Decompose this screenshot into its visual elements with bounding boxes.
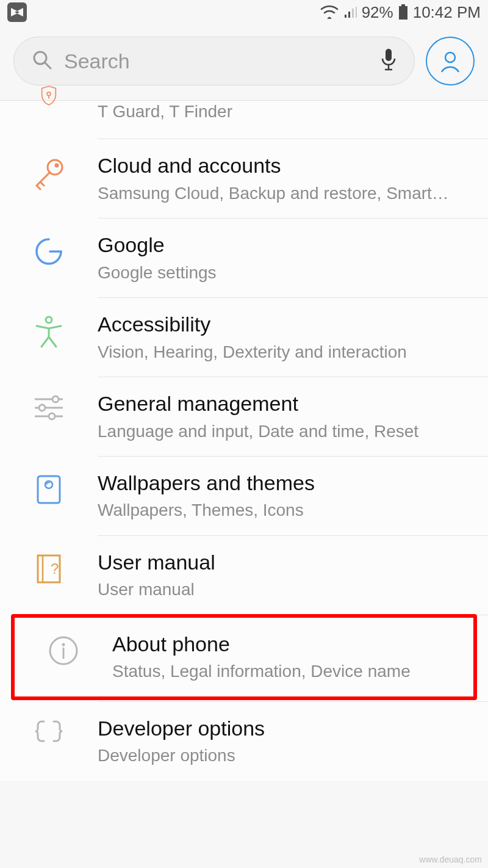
svg-point-12	[46, 317, 52, 323]
settings-item-google[interactable]: Google Google settings	[0, 219, 488, 297]
profile-button[interactable]	[426, 37, 475, 85]
wallpaper-icon	[35, 474, 62, 505]
key-icon	[32, 156, 66, 190]
settings-item-wallpapers[interactable]: Wallpapers and themes Wallpapers, Themes…	[0, 457, 488, 535]
info-icon	[48, 635, 79, 667]
item-title: Developer options	[98, 715, 470, 742]
svg-rect-1	[399, 6, 407, 20]
item-title: Google	[98, 232, 470, 258]
search-placeholder: Search	[64, 49, 369, 73]
svg-point-11	[55, 164, 59, 168]
svg-point-16	[39, 405, 45, 411]
item-title: Wallpapers and themes	[98, 470, 470, 496]
item-subtitle: User manual	[98, 579, 470, 601]
highlight-box: About phone Status, Legal information, D…	[11, 614, 477, 700]
item-title: Cloud and accounts	[98, 153, 470, 179]
svg-rect-4	[386, 49, 392, 61]
settings-item-accessibility[interactable]: Accessibility Vision, Hearing, Dexterity…	[0, 298, 488, 377]
item-title: About phone	[112, 631, 455, 657]
settings-list: T Guard, T Finder Cloud and accounts Sam…	[0, 100, 488, 781]
svg-rect-19	[38, 476, 60, 503]
settings-item-developer[interactable]: Developer options Developer options	[0, 702, 488, 781]
item-title: General management	[98, 391, 470, 417]
settings-item-tguard[interactable]: T Guard, T Finder	[0, 101, 488, 139]
google-icon	[33, 236, 65, 267]
item-subtitle: Wallpapers, Themes, Icons	[98, 499, 470, 521]
search-icon	[31, 49, 53, 73]
svg-point-14	[52, 396, 59, 402]
signal-icon	[343, 5, 357, 19]
item-subtitle: Google settings	[98, 262, 470, 284]
settings-item-manual[interactable]: ? User manual User manual	[0, 536, 488, 615]
watermark: www.deuaq.com	[419, 855, 482, 864]
item-title: Accessibility	[98, 311, 470, 338]
item-subtitle: Language and input, Date and time, Reset	[98, 421, 470, 443]
shield-icon	[33, 101, 65, 106]
svg-rect-0	[401, 4, 405, 6]
settings-item-cloud[interactable]: Cloud and accounts Samsung Cloud, Backup…	[0, 139, 488, 218]
svg-line-3	[45, 63, 51, 68]
battery-icon	[398, 4, 408, 20]
svg-point-7	[445, 52, 455, 62]
braces-icon	[33, 719, 65, 746]
search-row: Search	[0, 24, 488, 100]
wifi-icon	[320, 5, 339, 19]
sliders-icon	[32, 394, 65, 421]
status-time: 10:42 PM	[413, 3, 481, 22]
svg-point-8	[47, 92, 51, 96]
settings-item-general[interactable]: General management Language and input, D…	[0, 377, 488, 456]
microphone-icon[interactable]	[380, 48, 397, 74]
item-subtitle: T Guard, T Finder	[98, 101, 470, 123]
item-subtitle: Samsung Cloud, Backup and restore, Smart…	[98, 183, 470, 204]
capcut-app-icon	[7, 2, 27, 22]
status-bar: 92% 10:42 PM	[0, 0, 488, 24]
item-title: User manual	[98, 549, 470, 576]
item-subtitle: Developer options	[98, 745, 470, 767]
svg-text:?: ?	[51, 560, 59, 577]
svg-point-25	[62, 643, 65, 646]
item-subtitle: Status, Legal information, Device name	[112, 660, 455, 682]
settings-item-about[interactable]: About phone Status, Legal information, D…	[15, 618, 473, 696]
battery-percent: 92%	[362, 3, 393, 22]
item-subtitle: Vision, Hearing, Dexterity and interacti…	[98, 341, 470, 363]
svg-point-18	[49, 413, 55, 419]
accessibility-icon	[33, 315, 65, 349]
manual-icon: ?	[35, 553, 62, 585]
search-input[interactable]: Search	[13, 37, 415, 85]
